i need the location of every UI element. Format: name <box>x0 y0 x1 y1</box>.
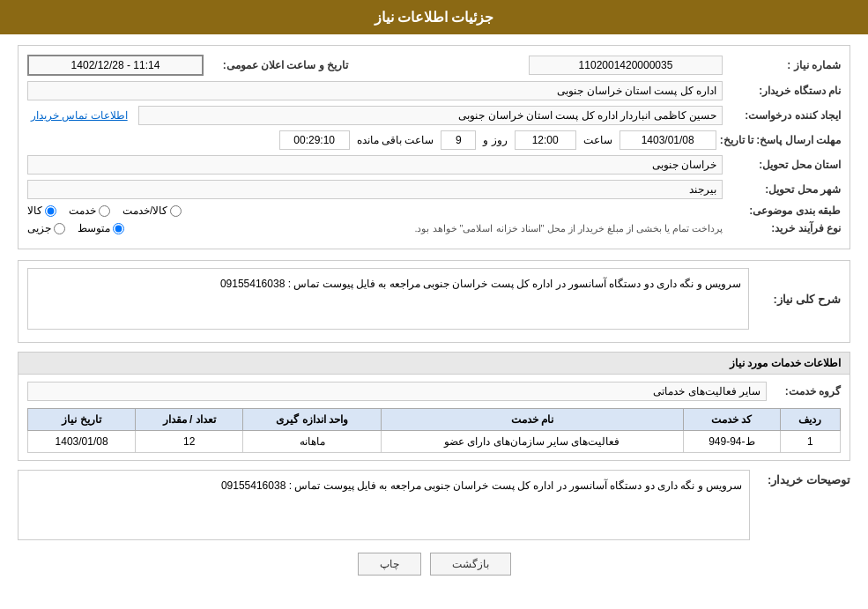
shahr-value: بیرجند <box>27 180 723 199</box>
content-area: شماره نیاز : 1102001420000035 تاریخ و سا… <box>0 34 868 586</box>
group-value: سایر فعالیت‌های خدماتی <box>27 382 767 401</box>
dastgah-label: نام دستگاه خریدار: <box>726 85 841 97</box>
ettelaat-tamas-link[interactable]: اطلاعات تماس خریدار <box>31 109 128 122</box>
col-radif: ردیف <box>780 409 840 431</box>
tarikh-value: 1402/12/28 - 11:14 <box>27 55 204 76</box>
tosif-content: سرویس و نگه داری دو دستگاه آسانسور در اد… <box>18 470 750 540</box>
mohlat-mande-label: ساعت باقی مانده <box>357 134 434 146</box>
mohlat-date: 1403/01/08 <box>619 130 716 150</box>
nav-label-motovaset: متوسط <box>78 222 110 234</box>
mohlat-mande: 00:29:10 <box>279 130 350 150</box>
nav-label: نوع فرآیند خرید: <box>726 222 841 234</box>
tabaqe-label-kala-khadamat: کالا/خدمت <box>122 204 167 217</box>
nav-radio-group: پرداخت تمام یا بخشی از مبلغ خریدار از مح… <box>27 222 723 234</box>
tabaqe-option-kala: کالا <box>27 204 56 217</box>
shomara-label: شماره نیاز : <box>726 59 841 71</box>
dastgah-value: اداره کل پست استان خراسان جنوبی <box>27 81 723 100</box>
nav-option-motovaset: متوسط <box>78 222 124 234</box>
row-tabaqe: طبقه بندی موضوعی: کالا/خدمت خدمت کالا <box>27 204 841 217</box>
row-shomara: شماره نیاز : 1102001420000035 تاریخ و سا… <box>27 55 841 76</box>
col-unit: واحد اندازه گیری <box>243 409 381 431</box>
tabaqe-option-khadamat: خدمت <box>69 204 110 217</box>
tabaqe-radio-kala[interactable] <box>45 205 56 217</box>
mohlat-saat: 12:00 <box>515 130 576 150</box>
tabaqe-radio-group: کالا/خدمت خدمت کالا <box>27 204 723 217</box>
col-name: نام خدمت <box>381 409 683 431</box>
tabaqe-radio-khadamat[interactable] <box>99 205 110 217</box>
services-title: اطلاعات خدمات مورد نیاز <box>730 357 841 369</box>
group-row: گروه خدمت: سایر فعالیت‌های خدماتی <box>27 382 841 401</box>
tarikh-label: تاریخ و ساعت اعلان عمومی: <box>207 59 348 71</box>
table-row: 1 ط-94-949 فعالیت‌های سایر سازمان‌های دا… <box>28 431 841 453</box>
shomara-value: 1102001420000035 <box>529 56 723 75</box>
services-body: گروه خدمت: سایر فعالیت‌های خدماتی ردیف ک… <box>19 375 849 460</box>
col-code: کد خدمت <box>683 409 780 431</box>
cell-radif: 1 <box>780 431 840 453</box>
services-header: اطلاعات خدمات مورد نیاز <box>19 353 849 375</box>
cell-name: فعالیت‌های سایر سازمان‌های دارای عضو <box>381 431 683 453</box>
page-wrapper: جزئیات اطلاعات نیاز شماره نیاز : 1102001… <box>0 0 868 609</box>
cell-code: ط-94-949 <box>683 431 780 453</box>
row-mohlat: مهلت ارسال پاسخ: تا تاریخ: 1403/01/08 سا… <box>27 130 841 150</box>
shahr-label: شهر محل تحویل: <box>726 183 841 196</box>
tabaqe-label: طبقه بندی موضوعی: <box>726 204 841 217</box>
tabaqe-radio-kala-khadamat[interactable] <box>170 205 182 217</box>
main-form-section: شماره نیاز : 1102001420000035 تاریخ و سا… <box>18 45 850 249</box>
col-count: تعداد / مقدار <box>136 409 243 431</box>
services-table: ردیف کد خدمت نام خدمت واحد اندازه گیری ت… <box>27 408 841 453</box>
row-nav: نوع فرآیند خرید: پرداخت تمام یا بخشی از … <box>27 222 841 234</box>
sharh-label: شرح کلی نیاز: <box>753 293 841 306</box>
ostan-value: خراسان جنوبی <box>27 155 723 175</box>
page-header: جزئیات اطلاعات نیاز <box>0 0 868 34</box>
row-ijad: ایجاد کننده درخواست: حسین کاظمی انباردار… <box>27 106 841 125</box>
tabaqe-option-kala-khadamat: کالا/خدمت <box>122 204 182 217</box>
mohlat-roz-label: روز و <box>483 134 507 146</box>
ostan-label: استان محل تحویل: <box>726 159 841 171</box>
tosif-label: توصیحات خریدار: <box>753 470 850 486</box>
table-header-row: ردیف کد خدمت نام خدمت واحد اندازه گیری ت… <box>28 409 841 431</box>
row-dastgah: نام دستگاه خریدار: اداره کل پست استان خر… <box>27 81 841 100</box>
nav-radio-jozi[interactable] <box>54 223 65 234</box>
cell-date: 1403/01/08 <box>28 431 136 453</box>
group-label: گروه خدمت: <box>770 385 841 397</box>
tabaqe-label-kala: کالا <box>27 204 42 217</box>
tabaqe-label-khadamat: خدمت <box>69 204 96 217</box>
mohlat-saat-label: ساعت <box>583 134 612 146</box>
nav-label-jozi: جزیی <box>27 222 51 234</box>
mohlat-label: مهلت ارسال پاسخ: تا تاریخ: <box>720 134 841 146</box>
nav-note: پرداخت تمام یا بخشی از مبلغ خریدار از مح… <box>137 223 723 234</box>
back-button[interactable]: بازگشت <box>430 553 511 576</box>
mohlat-roz: 9 <box>441 130 476 150</box>
cell-count: 12 <box>136 431 243 453</box>
print-button[interactable]: چاپ <box>358 553 421 576</box>
sharh-row: شرح کلی نیاز: سرویس و نگه داری دو دستگاه… <box>27 268 841 330</box>
nav-option-jozi: جزیی <box>27 222 65 234</box>
tosif-row: توصیحات خریدار: سرویس و نگه داری دو دستگ… <box>18 470 850 540</box>
ijad-value: حسین کاظمی انباردار اداره کل پست استان خ… <box>138 106 723 125</box>
ijad-label: ایجاد کننده درخواست: <box>726 109 841 122</box>
sharh-content: سرویس و نگه داری دو دستگاه آسانسور در اد… <box>27 268 749 330</box>
col-date: تاریخ نیاز <box>28 409 136 431</box>
cell-unit: ماهانه <box>243 431 381 453</box>
nav-radio-motovaset[interactable] <box>113 223 124 234</box>
button-row: بازگشت چاپ <box>18 553 850 576</box>
sharh-section: شرح کلی نیاز: سرویس و نگه داری دو دستگاه… <box>18 260 850 343</box>
page-title: جزئیات اطلاعات نیاز <box>375 10 494 25</box>
row-shahr: شهر محل تحویل: بیرجند <box>27 180 841 199</box>
row-ostan: استان محل تحویل: خراسان جنوبی <box>27 155 841 175</box>
services-section: اطلاعات خدمات مورد نیاز گروه خدمت: سایر … <box>18 352 850 461</box>
